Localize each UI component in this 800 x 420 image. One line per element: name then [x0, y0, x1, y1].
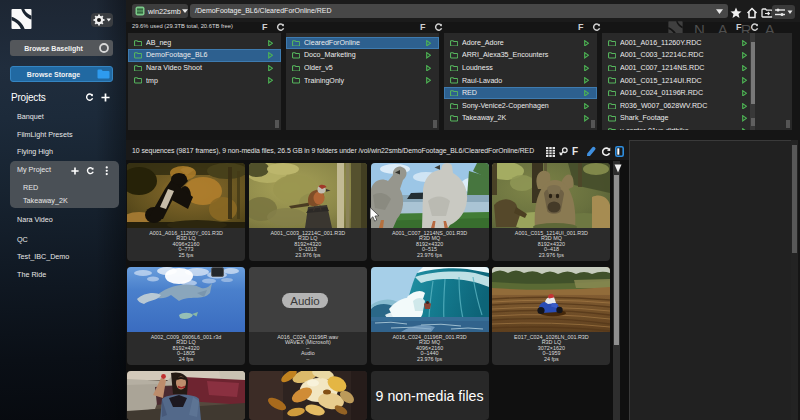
svg-text:Audio: Audio [290, 295, 319, 307]
